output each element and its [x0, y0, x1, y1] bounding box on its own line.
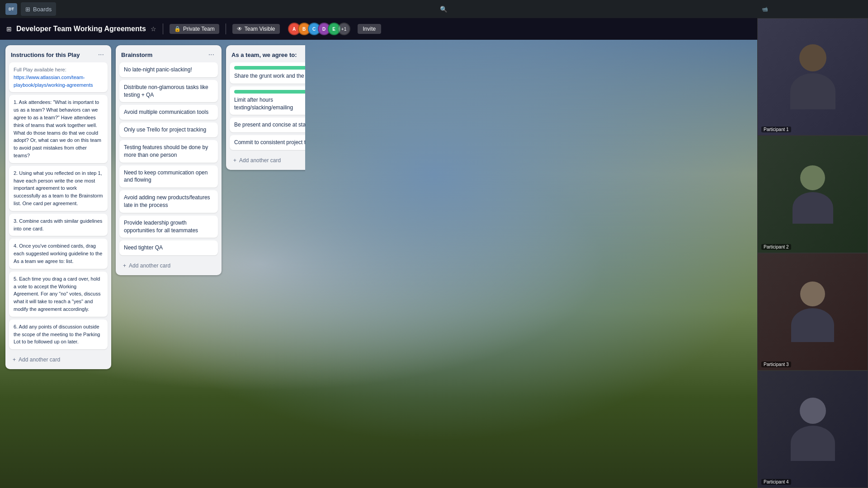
- avatar-group: A B C D E +1: [288, 23, 350, 35]
- card-instructions-1[interactable]: Full Play available here:https://www.atl…: [9, 62, 108, 92]
- card-instructions-6[interactable]: 5. Each time you drag a card over, hold …: [9, 272, 108, 317]
- list-footer-agreed: + Add another card: [226, 152, 305, 170]
- list-cards-brainstorm: No late-night panic-slacking! 🖊 Distribu…: [116, 62, 222, 257]
- card-instructions-5[interactable]: 4. Once you've combined cards, drag each…: [9, 239, 108, 268]
- avatar-overflow: +1: [338, 23, 350, 35]
- list-menu-button-instructions[interactable]: ···: [96, 50, 106, 60]
- card-instructions-3[interactable]: 2. Using what you reflected on in step 1…: [9, 166, 108, 211]
- video-label-3: Participant 3: [761, 361, 791, 367]
- video-header-text: 📹: [762, 6, 768, 12]
- video-label-4: Participant 4: [761, 479, 791, 485]
- list-title-agreed: As a team, we agree to:: [231, 52, 305, 58]
- list-footer-instructions: + Add another card: [5, 351, 111, 369]
- list-title-instructions: Instructions for this Play: [11, 52, 96, 58]
- plus-icon: +: [123, 263, 126, 269]
- list-menu-button-brainstorm[interactable]: ···: [207, 50, 216, 60]
- card-agreed-4[interactable]: Commit to consistent project tracking 🖊: [230, 135, 305, 150]
- workspace-icon[interactable]: DT: [5, 3, 17, 15]
- list-agreed: As a team, we agree to: ··· Share the gr…: [226, 45, 305, 170]
- list-instructions: Instructions for this Play ··· Full Play…: [5, 45, 111, 369]
- list-header-brainstorm: Brainstorm ···: [116, 45, 222, 62]
- card-brainstorm-4[interactable]: Only use Trello for project tracking 🖊: [119, 122, 218, 137]
- list-cards-agreed: Share the grunt work and the glory 🖊 Lim…: [226, 62, 305, 152]
- card-instructions-2[interactable]: 1. Ask attendees: "What is important to …: [9, 95, 108, 163]
- board-icon: ⊞: [6, 25, 12, 33]
- card-brainstorm-3[interactable]: Avoid multiple communication tools 🖊: [119, 105, 218, 120]
- video-tile-4: Participant 4: [757, 371, 868, 488]
- boards-button[interactable]: ⊞ Boards: [21, 2, 56, 16]
- list-footer-brainstorm: + Add another card: [116, 257, 222, 275]
- card-instructions-7[interactable]: 6. Add any points of discussion outside …: [9, 319, 108, 349]
- video-header: 📹: [757, 0, 868, 18]
- board-header: ⊞ Developer Team Working Agreements ☆ 🔒 …: [0, 18, 868, 40]
- list-header-agreed: As a team, we agree to: ···: [226, 45, 305, 62]
- card-brainstorm-6[interactable]: Need to keep communication open and flow…: [119, 165, 218, 188]
- card-instructions-4[interactable]: 3. Combine cards with similar guidelines…: [9, 214, 108, 236]
- card-brainstorm-2[interactable]: Distribute non-glamorous tasks like test…: [119, 80, 218, 103]
- system-bar: DT ⊞ Boards 🔍 ⬛ Trello: [0, 0, 868, 18]
- person-1: [758, 19, 868, 135]
- card-agreed-2[interactable]: Limit after hours texting/slacking/email…: [230, 86, 305, 115]
- video-tile-3: Participant 3: [757, 253, 868, 371]
- person-3: [758, 253, 868, 370]
- search-icon: 🔍: [440, 6, 448, 13]
- board-content: Instructions for this Play ··· Full Play…: [0, 40, 305, 488]
- video-panel: 📹 Participant 1 Participant 2 Participan…: [757, 0, 868, 488]
- add-card-button-brainstorm[interactable]: + Add another card: [119, 260, 218, 272]
- lock-icon: 🔒: [174, 26, 181, 32]
- list-title-brainstorm: Brainstorm: [121, 52, 207, 58]
- plus-icon: +: [233, 157, 236, 164]
- add-card-button-agreed[interactable]: + Add another card: [230, 155, 305, 166]
- header-divider-2: [226, 23, 226, 34]
- plus-icon: +: [13, 357, 16, 363]
- board-title: Developer Team Working Agreements: [16, 25, 146, 33]
- video-label-1: Participant 1: [761, 127, 791, 132]
- person-4: [758, 371, 868, 488]
- card-agreed-3[interactable]: Be present and concise at stand-ups 🖊: [230, 117, 305, 132]
- invite-button[interactable]: Invite: [358, 24, 382, 34]
- video-tile-2: Participant 2: [757, 136, 868, 253]
- card-brainstorm-7[interactable]: Avoid adding new products/features late …: [119, 190, 218, 213]
- list-brainstorm: Brainstorm ··· No late-night panic-slack…: [116, 45, 222, 275]
- private-team-button[interactable]: 🔒 Private Team: [170, 24, 219, 34]
- add-card-button-instructions[interactable]: + Add another card: [9, 354, 108, 366]
- search-button[interactable]: 🔍: [437, 2, 450, 16]
- card-label-green: [234, 90, 305, 94]
- card-brainstorm-9[interactable]: Need tighter QA 🖊: [119, 240, 218, 255]
- video-tile-1: Participant 1: [757, 18, 868, 136]
- video-label-2: Participant 2: [761, 244, 791, 250]
- card-brainstorm-5[interactable]: Testing features should be done by more …: [119, 140, 218, 163]
- eye-icon: 👁: [237, 26, 242, 32]
- card-brainstorm-8[interactable]: Provide leadership growth opportunities …: [119, 216, 218, 238]
- header-divider: [163, 23, 163, 34]
- team-visible-button[interactable]: 👁 Team Visible: [232, 24, 280, 34]
- card-agreed-1[interactable]: Share the grunt work and the glory 🖊: [230, 62, 305, 84]
- card-label-green: [234, 66, 305, 70]
- list-cards-instructions: Full Play available here:https://www.atl…: [5, 62, 111, 351]
- card-brainstorm-1[interactable]: No late-night panic-slacking! 🖊: [119, 62, 218, 77]
- person-2: [758, 136, 868, 253]
- boards-icon: ⊞: [25, 6, 30, 13]
- list-header-instructions: Instructions for this Play ···: [5, 45, 111, 62]
- star-icon[interactable]: ☆: [151, 25, 156, 33]
